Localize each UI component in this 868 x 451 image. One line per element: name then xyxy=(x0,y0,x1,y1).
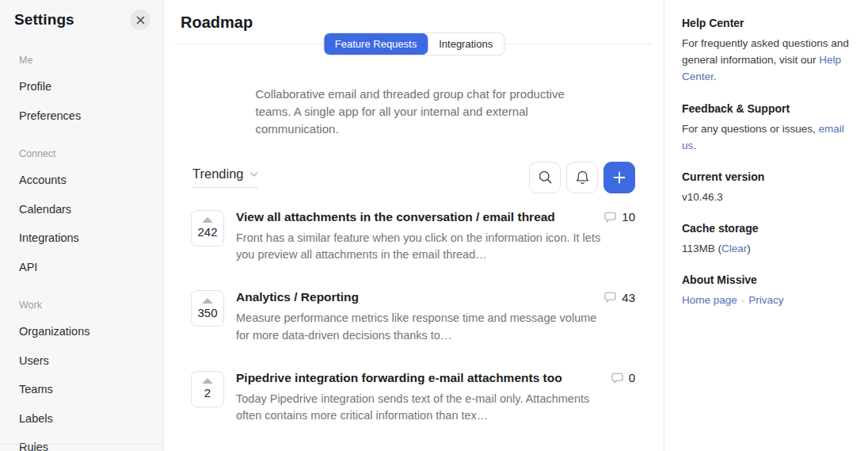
vote-count: 2 xyxy=(204,386,211,399)
sidebar-item-profile[interactable]: Profile xyxy=(19,78,150,95)
request-body: Measure performance metrics like respons… xyxy=(236,310,608,345)
sidebar-item-preferences[interactable]: Preferences xyxy=(19,108,150,124)
version-value: v10.46.3 xyxy=(682,189,852,205)
upvote-button[interactable]: 2 xyxy=(191,371,224,407)
feedback-suffix: . xyxy=(693,140,696,151)
notifications-button[interactable] xyxy=(566,162,598,193)
help-center-suffix: . xyxy=(714,71,717,82)
settings-sidebar: Settings Me Profile Preferences Connect … xyxy=(0,0,164,451)
sidebar-item-api[interactable]: API xyxy=(19,259,150,276)
help-center-body: For frequently asked questions and gener… xyxy=(682,35,852,86)
version-heading: Current version xyxy=(682,170,852,183)
request-content: View all attachments in the conversation… xyxy=(236,210,635,265)
chevron-down-icon xyxy=(249,171,258,178)
sidebar-item-calendars[interactable]: Calendars xyxy=(19,201,150,218)
privacy-link[interactable]: Privacy xyxy=(748,294,783,306)
sidebar-item-teams[interactable]: Teams xyxy=(19,381,150,398)
comment-chip: 10 xyxy=(603,210,635,224)
feedback-text: For any questions or issues, xyxy=(682,123,819,135)
request-title: Pipedrive integration forwarding e-mail … xyxy=(236,371,562,385)
sidebar-divider xyxy=(0,444,163,445)
dot-separator: · xyxy=(741,294,745,306)
comment-chip: 43 xyxy=(603,291,635,304)
tab-feature-requests[interactable]: Feature Requests xyxy=(324,33,428,55)
roadmap-header: Roadmap Feature Requests Integrations xyxy=(175,0,653,44)
tab-integrations[interactable]: Integrations xyxy=(428,33,504,55)
cache-body: 113MB (Clear) xyxy=(682,240,852,257)
upvote-arrow-icon xyxy=(202,298,213,304)
search-icon xyxy=(538,170,553,185)
request-content: Pipedrive integration forwarding e-mail … xyxy=(236,371,635,426)
sort-dropdown[interactable]: Trending xyxy=(192,166,258,188)
help-panel: Help Center For frequently asked questio… xyxy=(664,0,868,451)
close-icon xyxy=(136,16,145,25)
request-title: Analytics / Reporting xyxy=(236,290,359,304)
sidebar-item-users[interactable]: Users xyxy=(19,353,150,369)
upvote-arrow-icon xyxy=(202,378,213,384)
settings-window: Settings Me Profile Preferences Connect … xyxy=(0,0,868,451)
roadmap-tabs: Feature Requests Integrations xyxy=(324,33,504,55)
feedback-body: For any questions or issues, email us. xyxy=(682,120,852,154)
comment-count: 10 xyxy=(622,210,635,224)
add-request-button[interactable] xyxy=(603,162,635,193)
sidebar-group-label-me: Me xyxy=(19,55,150,66)
request-title: View all attachments in the conversation… xyxy=(236,210,555,224)
roadmap-toolbar: Trending xyxy=(192,162,635,193)
about-links: Home page·Privacy xyxy=(682,292,852,308)
sort-dropdown-label: Trending xyxy=(192,166,244,182)
request-content: Analytics / Reporting 43 Measure perform… xyxy=(236,290,635,345)
close-settings-button[interactable] xyxy=(130,10,150,30)
feedback-heading: Feedback & Support xyxy=(682,102,852,115)
comment-icon xyxy=(603,211,617,224)
roadmap-description: Collaborative email and threaded group c… xyxy=(256,86,573,139)
settings-title: Settings xyxy=(14,11,74,29)
page-title: Roadmap xyxy=(175,0,653,32)
request-body: Front has a similar feature when you cli… xyxy=(236,230,608,265)
feature-request-list: 242 View all attachments in the conversa… xyxy=(191,210,635,426)
cache-heading: Cache storage xyxy=(682,222,852,235)
search-button[interactable] xyxy=(529,162,561,193)
sidebar-group-label-work: Work xyxy=(19,300,150,311)
toolbar-buttons xyxy=(529,162,635,193)
request-row[interactable]: 350 Analytics / Reporting 43 Measure per… xyxy=(191,290,635,345)
sidebar-group-label-connect: Connect xyxy=(19,148,150,159)
comment-icon xyxy=(603,291,617,304)
request-body: Today Pipedrive integration sends text o… xyxy=(236,391,608,426)
plus-icon xyxy=(613,171,626,184)
cache-size-value: 113MB ( xyxy=(682,243,721,254)
upvote-button[interactable]: 242 xyxy=(191,210,224,247)
home-page-link[interactable]: Home page xyxy=(682,294,737,306)
sidebar-item-accounts[interactable]: Accounts xyxy=(19,172,150,189)
bell-icon xyxy=(575,170,590,185)
request-row[interactable]: 242 View all attachments in the conversa… xyxy=(191,210,635,265)
comment-count: 43 xyxy=(622,291,635,304)
sidebar-item-rules[interactable]: Rules xyxy=(19,439,150,451)
vote-count: 350 xyxy=(197,306,217,319)
upvote-arrow-icon xyxy=(202,217,213,223)
sidebar-item-organizations[interactable]: Organizations xyxy=(19,323,150,340)
roadmap-main: Roadmap Feature Requests Integrations Co… xyxy=(164,0,664,451)
comment-icon xyxy=(611,372,624,384)
sidebar-item-labels[interactable]: Labels xyxy=(19,411,150,427)
comment-chip: 0 xyxy=(611,371,635,384)
about-heading: About Missive xyxy=(682,273,852,286)
comment-count: 0 xyxy=(629,371,635,384)
cache-suffix: ) xyxy=(747,243,751,254)
sidebar-item-integrations[interactable]: Integrations xyxy=(19,230,150,247)
upvote-button[interactable]: 350 xyxy=(191,290,224,327)
clear-cache-link[interactable]: Clear xyxy=(721,243,747,254)
vote-count: 242 xyxy=(197,225,217,239)
help-center-heading: Help Center xyxy=(682,17,852,29)
sidebar-header: Settings xyxy=(14,10,150,30)
request-row[interactable]: 2 Pipedrive integration forwarding e-mai… xyxy=(191,371,635,426)
